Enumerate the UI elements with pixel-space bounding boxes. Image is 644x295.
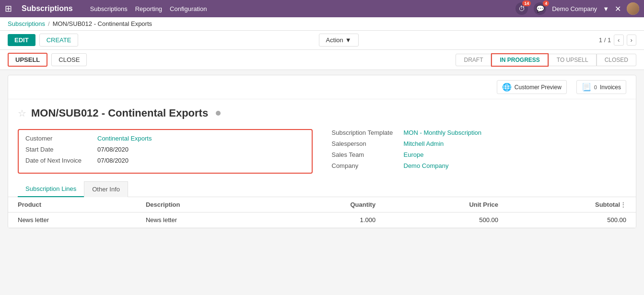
col-options-icon[interactable]: ⋮ xyxy=(620,201,626,208)
company-selector[interactable]: Demo Company xyxy=(552,5,597,12)
pager-count: 1 / 1 xyxy=(599,36,611,44)
main-content: 🌐 Customer Preview 📃 0 Invoices ☆ MON/SU… xyxy=(0,70,644,233)
breadcrumb: Subscriptions / MON/SUB012 - Continental… xyxy=(0,17,644,31)
next-invoice-value: 07/08/2020 xyxy=(97,157,129,164)
record-title: MON/SUB012 - Continental Exports xyxy=(31,107,208,119)
customer-label: Customer xyxy=(25,135,93,142)
form-section: Customer Continental Exports Start Date … xyxy=(8,124,636,181)
form-right-col: Subscription Template MON - Monthly Subs… xyxy=(332,129,627,174)
table-row: News letter News letter 1.000 500.00 500… xyxy=(8,212,636,228)
action-label: Action xyxy=(326,36,343,44)
nav-reporting[interactable]: Reporting xyxy=(135,5,162,12)
table-header-row: Product Description Quantity Unit Price … xyxy=(8,197,636,212)
invoices-button[interactable]: 📃 0 Invoices xyxy=(576,80,626,94)
start-date-row: Start Date 07/08/2020 xyxy=(25,146,305,153)
nav-subscriptions[interactable]: Subscriptions xyxy=(90,5,128,12)
sales-team-row: Sales Team Europe xyxy=(332,151,627,158)
subscription-lines-table: Product Description Quantity Unit Price … xyxy=(8,197,636,228)
customer-value[interactable]: Continental Exports xyxy=(97,135,152,142)
app-grid-icon[interactable]: ⊞ xyxy=(5,3,12,14)
breadcrumb-separator: / xyxy=(48,20,50,27)
next-invoice-row: Date of Next Invoice 07/08/2020 xyxy=(25,157,305,164)
action-dropdown-icon: ▼ xyxy=(345,36,351,44)
subscription-template-label: Subscription Template xyxy=(332,129,399,136)
invoices-count: 0 xyxy=(594,84,597,90)
next-invoice-label: Date of Next Invoice xyxy=(25,157,93,164)
col-product: Product xyxy=(8,197,136,212)
create-button[interactable]: CREATE xyxy=(39,34,79,47)
subscription-template-value[interactable]: MON - Monthly Subscription xyxy=(404,129,482,136)
col-description: Description xyxy=(136,197,272,212)
customer-preview-button[interactable]: 🌐 Customer Preview xyxy=(497,80,567,94)
tab-other-info[interactable]: Other Info xyxy=(84,181,128,197)
record-top-bar: 🌐 Customer Preview 📃 0 Invoices xyxy=(8,75,636,99)
clock-badge-count: 14 xyxy=(522,0,531,6)
status-to-upsell[interactable]: TO UPSELL xyxy=(549,54,597,66)
close-icon[interactable]: ✕ xyxy=(615,4,621,13)
globe-icon: 🌐 xyxy=(502,83,512,92)
status-bar: UPSELL CLOSE DRAFT IN PROGRESS TO UPSELL… xyxy=(0,50,644,70)
company-dropdown-icon[interactable]: ▼ xyxy=(603,5,609,12)
cell-product: News letter xyxy=(8,212,136,228)
pager: 1 / 1 ‹ › xyxy=(599,35,636,46)
salesperson-label: Salesperson xyxy=(332,140,399,147)
pager-next-button[interactable]: › xyxy=(627,35,636,46)
pager-prev-button[interactable]: ‹ xyxy=(614,35,623,46)
chat-badge-count: 4 xyxy=(543,0,549,6)
tabs-bar: Subscription Lines Other Info xyxy=(8,181,636,197)
salesperson-row: Salesperson Mitchell Admin xyxy=(332,140,627,147)
cell-quantity: 1.000 xyxy=(272,212,385,228)
company-value[interactable]: Demo Company xyxy=(404,162,449,169)
status-in-progress[interactable]: IN PROGRESS xyxy=(491,53,548,67)
sales-team-label: Sales Team xyxy=(332,151,399,158)
col-unit-price: Unit Price xyxy=(385,197,508,212)
customer-preview-label: Customer Preview xyxy=(515,84,562,91)
subscription-template-row: Subscription Template MON - Monthly Subs… xyxy=(332,129,627,136)
upsell-button[interactable]: UPSELL xyxy=(8,53,47,67)
status-draft[interactable]: DRAFT xyxy=(456,54,491,66)
toolbar: EDIT CREATE Action ▼ 1 / 1 ‹ › xyxy=(0,31,644,50)
tab-subscription-lines[interactable]: Subscription Lines xyxy=(18,181,84,197)
avatar[interactable] xyxy=(627,2,639,15)
clock-badge[interactable]: ⏱ 14 xyxy=(515,2,528,15)
cell-unit-price: 500.00 xyxy=(385,212,508,228)
company-row: Company Demo Company xyxy=(332,162,627,169)
chat-badge[interactable]: 💬 4 xyxy=(534,2,546,15)
star-icon[interactable]: ☆ xyxy=(18,107,26,119)
start-date-label: Start Date xyxy=(25,146,93,153)
invoices-label: Invoices xyxy=(600,84,621,91)
nav-configuration[interactable]: Configuration xyxy=(170,5,207,12)
start-date-value: 07/08/2020 xyxy=(97,146,129,153)
app-title: Subscriptions xyxy=(22,4,73,13)
breadcrumb-current: MON/SUB012 - Continental Exports xyxy=(53,20,152,27)
cell-subtotal: 500.00 xyxy=(508,212,636,228)
invoice-icon: 📃 xyxy=(582,83,591,92)
status-dot xyxy=(216,111,221,116)
status-closed[interactable]: CLOSED xyxy=(597,54,636,66)
edit-button[interactable]: EDIT xyxy=(8,34,35,46)
status-steps: DRAFT IN PROGRESS TO UPSELL CLOSED xyxy=(456,53,636,67)
form-left-col: Customer Continental Exports Start Date … xyxy=(18,129,313,174)
col-quantity: Quantity xyxy=(272,197,385,212)
action-button[interactable]: Action ▼ xyxy=(319,34,359,47)
record-header: ☆ MON/SUB012 - Continental Exports xyxy=(8,99,636,124)
record-card: 🌐 Customer Preview 📃 0 Invoices ☆ MON/SU… xyxy=(8,75,636,228)
company-label: Company xyxy=(332,162,399,169)
salesperson-value[interactable]: Mitchell Admin xyxy=(404,140,444,147)
sales-team-value[interactable]: Europe xyxy=(404,151,424,158)
close-subscription-button[interactable]: CLOSE xyxy=(51,53,87,66)
customer-info-box: Customer Continental Exports Start Date … xyxy=(18,129,313,174)
top-navigation: ⊞ Subscriptions Subscriptions Reporting … xyxy=(0,0,644,17)
breadcrumb-parent[interactable]: Subscriptions xyxy=(8,20,45,27)
col-subtotal: Subtotal ⋮ xyxy=(508,197,636,212)
customer-row: Customer Continental Exports xyxy=(25,135,305,142)
cell-description: News letter xyxy=(136,212,272,228)
